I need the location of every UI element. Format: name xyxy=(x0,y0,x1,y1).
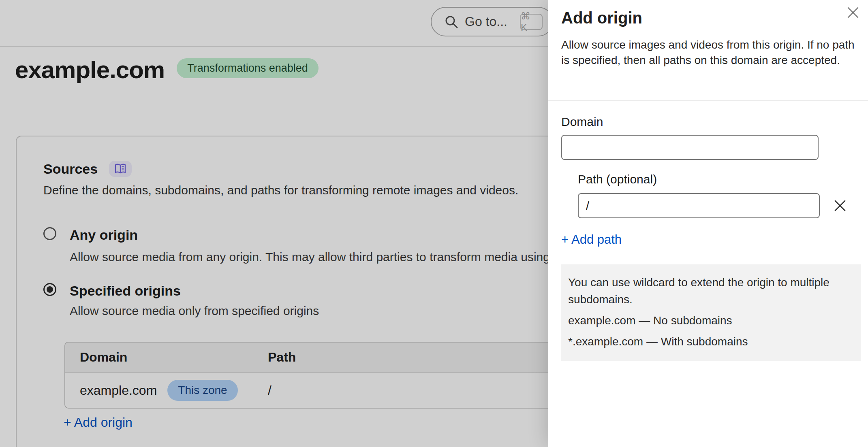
path-field-label: Path (optional) xyxy=(578,172,657,186)
drawer-title: Add origin xyxy=(561,9,642,27)
wildcard-hint-box: You can use wildcard to extend the origi… xyxy=(561,264,861,361)
remove-path-button[interactable] xyxy=(831,196,849,215)
wildcard-example-with-subdomains: *.example.com — With subdomains xyxy=(568,333,853,350)
path-input[interactable] xyxy=(578,193,820,218)
add-path-link[interactable]: + Add path xyxy=(561,232,622,247)
domain-field-label: Domain xyxy=(561,115,603,129)
drawer-description: Allow source images and videos from this… xyxy=(561,37,857,68)
wildcard-hint-intro: You can use wildcard to extend the origi… xyxy=(568,274,853,308)
close-drawer-button[interactable] xyxy=(844,3,862,22)
close-icon xyxy=(847,6,859,19)
remove-icon xyxy=(834,199,847,212)
domain-input[interactable] xyxy=(561,135,819,160)
drawer-divider xyxy=(548,100,868,101)
wildcard-example-no-subdomains: example.com — No subdomains xyxy=(568,312,853,329)
add-origin-drawer: Add origin Allow source images and video… xyxy=(548,0,868,447)
